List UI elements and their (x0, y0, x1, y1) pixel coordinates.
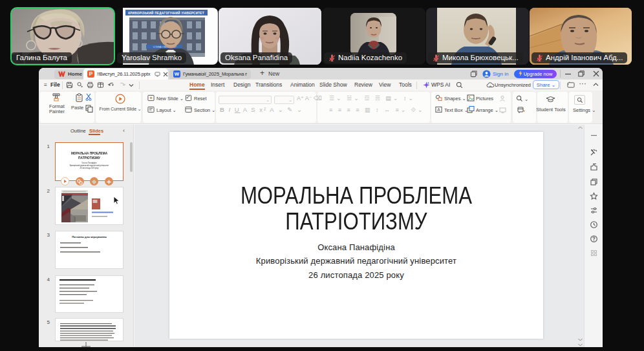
svg-text:W: W (175, 72, 180, 78)
svg-text:A: A (437, 107, 440, 112)
svg-text:КРИВОРІЗЬКИЙ ПЕДАГОГІЧНИЙ УН: КРИВОРІЗЬКИЙ ПЕДАГОГІЧНИЙ УНІВЕРСИТЕТ (128, 10, 204, 15)
svg-text:P: P (89, 71, 93, 77)
